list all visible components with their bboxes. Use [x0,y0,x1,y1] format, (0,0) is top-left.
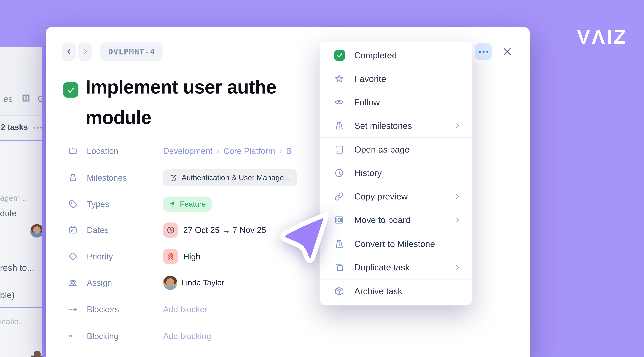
menu-item-set-milestones[interactable]: Set milestones [320,114,472,137]
breadcrumb-item[interactable]: Core Platform [224,146,275,156]
external-link-icon [170,174,178,182]
dates-value[interactable]: 27 Oct 25 → 7 Nov 25 [163,223,266,238]
clock-icon [334,168,345,178]
avatar [163,276,178,290]
star-icon [334,74,345,84]
field-row-dates: Dates 27 Oct 25 → 7 Nov 25 [68,221,266,239]
priority-high-icon [163,249,178,264]
completed-check-icon [334,50,345,61]
deadline-clock-icon [163,223,178,238]
card-title-truncated[interactable]: resh to... [0,263,34,273]
avatar [31,349,42,357]
menu-item-convert-to-milestone[interactable]: Convert to Milestone [320,232,472,256]
check-icon [66,85,75,94]
card-title-truncated[interactable]: dule [0,208,16,218]
task-complete-checkbox[interactable] [63,82,78,98]
add-blocker-button[interactable]: Add blocker [163,304,208,314]
chevron-right-icon: › [280,146,282,155]
milestone-chip[interactable]: Authentication & User Manage... [163,169,297,186]
calendar-icon [68,225,78,235]
chevron-right-icon [454,216,461,224]
background-board-app: es G 2 tasks agem... dule resh to... ble… [0,47,42,357]
task-title-line2: module [86,107,152,129]
chevron-right-icon: › [217,146,219,155]
road-icon [68,173,78,182]
priority-value[interactable]: High [163,249,200,264]
field-label-dates: Dates [68,225,163,235]
field-label-blockers: Blockers [68,304,163,314]
field-label-priority: Priority [68,252,163,261]
road-icon [334,121,345,131]
active-tab-indicator [0,307,42,309]
screen: es G 2 tasks agem... dule resh to... ble… [0,0,644,357]
breadcrumb-item[interactable]: Development [163,146,213,156]
menu-item-open-as-page[interactable]: Open as page [320,138,472,161]
avatar [30,224,42,238]
field-row-priority: Priority High [68,247,200,266]
menu-item-duplicate-task[interactable]: Duplicate task [320,256,472,279]
forward-button[interactable] [78,42,92,61]
assignee[interactable]: Linda Taylor [163,276,224,290]
board-card-list: agem... dule resh to... ble) icatio... a… [0,141,42,357]
menu-item-copy-preview[interactable]: Copy preview [320,185,472,208]
chevron-right-icon [454,122,461,130]
tasks-group-header[interactable]: 2 tasks [0,116,42,140]
field-row-types: Types Feature [68,195,212,213]
task-context-menu: Completed Favorite Follow Set milestones [320,41,472,306]
field-row-assign: Assign Linda Taylor [68,274,224,292]
card-title-truncated[interactable]: ble) [0,290,15,300]
menu-item-follow[interactable]: Follow [320,90,472,114]
chevron-right-icon [81,48,89,55]
location-breadcrumb[interactable]: Development › Core Platform › B [163,146,292,156]
back-button[interactable] [62,42,76,61]
toolbar-truncated-text: es [3,94,12,104]
field-label-location: Location [68,146,163,156]
field-row-blockers: Blockers Add blocker [68,300,208,319]
page-plus-icon [334,145,345,155]
eye-icon [334,97,345,107]
active-tab-indicator [0,140,42,141]
menu-item-archive-task[interactable]: Archive task [320,280,472,303]
link-icon [334,192,345,202]
tag-icon [68,199,78,209]
close-button[interactable] [500,45,514,58]
card-title-truncated[interactable]: agem... [0,194,26,203]
circle-dash-icon [68,332,78,341]
copy-icon [334,262,345,272]
menu-item-move-to-board[interactable]: Move to board [320,208,472,232]
toolbar-truncated-letter: G [38,94,42,104]
vaiz-logo: VΛIZ [577,25,628,48]
more-options-button[interactable] [475,43,492,60]
field-row-milestones: Milestones Authentication & User Manage.… [68,168,297,187]
board-columns-icon[interactable] [21,93,31,105]
task-id-badge[interactable]: DVLPMNT-4 [100,42,163,61]
type-badge-feature[interactable]: Feature [163,197,212,212]
cursor-pointer-graphic [278,211,334,271]
breadcrumb-item[interactable]: B [286,146,292,156]
toolbar-divider [0,115,42,116]
menu-item-completed[interactable]: Completed [320,43,472,67]
dashed-arrow-icon [68,305,78,314]
card-title-truncated[interactable]: icatio... [0,317,25,327]
chevron-right-icon [454,193,461,200]
add-blocking-button[interactable]: Add blocking [163,331,211,341]
folder-icon [68,146,78,156]
field-label-types: Types [68,199,163,209]
board-icon [334,215,345,225]
field-label-blocking: Blocking [68,331,163,341]
feature-flower-icon [169,200,176,208]
field-row-blocking: Blocking Add blocking [68,327,211,345]
board-toolbar: es G [0,47,42,116]
menu-item-history[interactable]: History [320,161,472,185]
field-label-assign: Assign [68,278,163,288]
task-title-line1: Implement user authe [86,76,276,98]
field-label-milestones: Milestones [68,173,163,183]
chevron-left-icon [65,48,73,55]
field-row-location: Location Development › Core Platform › B [68,142,292,160]
chevron-right-icon [454,264,461,271]
people-icon [68,278,78,288]
box-icon [334,286,345,296]
road-icon [334,239,345,249]
menu-item-favorite[interactable]: Favorite [320,67,472,90]
more-icon[interactable] [34,127,42,129]
